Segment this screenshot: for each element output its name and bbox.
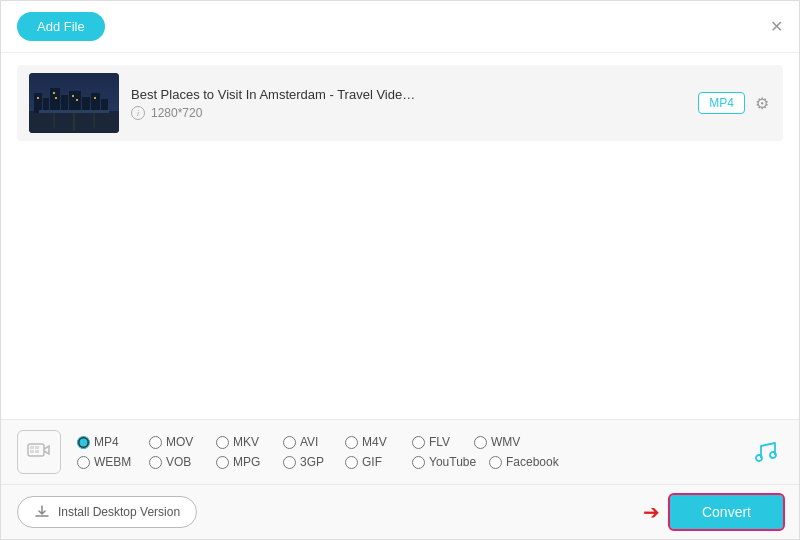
svg-rect-23 xyxy=(30,450,34,453)
format-m4v[interactable]: M4V xyxy=(345,435,410,449)
install-desktop-button[interactable]: Install Desktop Version xyxy=(17,496,197,528)
svg-rect-10 xyxy=(37,97,39,99)
format-section: MP4 MOV MKV AVI M4V FLV WM xyxy=(1,420,799,485)
file-item: Best Places to Visit In Amsterdam - Trav… xyxy=(17,65,783,141)
add-file-button[interactable]: Add File xyxy=(17,12,105,41)
format-vob[interactable]: VOB xyxy=(149,455,214,469)
music-icon[interactable] xyxy=(747,434,783,470)
format-webm[interactable]: WEBM xyxy=(77,455,147,469)
format-youtube[interactable]: YouTube xyxy=(412,455,487,469)
file-meta: i 1280*720 xyxy=(131,106,686,120)
format-3gp[interactable]: 3GP xyxy=(283,455,343,469)
svg-rect-22 xyxy=(35,446,39,449)
arrow-icon: ➔ xyxy=(643,500,660,524)
format-wmv[interactable]: WMV xyxy=(474,435,539,449)
format-flv[interactable]: FLV xyxy=(412,435,472,449)
info-icon[interactable]: i xyxy=(131,106,145,120)
format-row-1: MP4 MOV MKV AVI M4V FLV WM xyxy=(77,435,735,449)
file-resolution: 1280*720 xyxy=(151,106,202,120)
download-icon xyxy=(34,504,50,520)
svg-rect-16 xyxy=(39,110,109,113)
file-title: Best Places to Visit In Amsterdam - Trav… xyxy=(131,87,511,102)
bottom-bar: MP4 MOV MKV AVI M4V FLV WM xyxy=(1,419,799,539)
svg-rect-15 xyxy=(94,97,96,99)
format-options: MP4 MOV MKV AVI M4V FLV WM xyxy=(77,435,735,469)
close-button[interactable]: ✕ xyxy=(770,19,783,35)
svg-rect-12 xyxy=(55,97,57,99)
svg-rect-13 xyxy=(72,95,74,97)
format-gif[interactable]: GIF xyxy=(345,455,410,469)
svg-rect-6 xyxy=(69,91,81,113)
format-mp4[interactable]: MP4 xyxy=(77,435,147,449)
convert-button[interactable]: Convert xyxy=(670,495,783,529)
settings-button[interactable]: ⚙ xyxy=(753,92,771,115)
install-label: Install Desktop Version xyxy=(58,505,180,519)
file-thumbnail xyxy=(29,73,119,133)
format-row-2: WEBM VOB MPG 3GP GIF YouTube xyxy=(77,455,735,469)
file-list-area: Best Places to Visit In Amsterdam - Trav… xyxy=(1,53,799,153)
top-bar: Add File ✕ xyxy=(1,1,799,53)
action-bar: Install Desktop Version ➔ Convert xyxy=(1,485,799,539)
svg-rect-4 xyxy=(50,88,60,113)
svg-rect-21 xyxy=(30,446,34,449)
format-avi[interactable]: AVI xyxy=(283,435,343,449)
svg-rect-24 xyxy=(35,450,39,453)
format-mov[interactable]: MOV xyxy=(149,435,214,449)
content-area xyxy=(1,153,799,373)
svg-rect-14 xyxy=(76,99,78,101)
svg-rect-11 xyxy=(53,92,55,94)
format-facebook[interactable]: Facebook xyxy=(489,455,564,469)
format-mkv[interactable]: MKV xyxy=(216,435,281,449)
file-info: Best Places to Visit In Amsterdam - Trav… xyxy=(131,87,686,120)
video-format-icon xyxy=(17,430,61,474)
convert-area: ➔ Convert xyxy=(643,495,783,529)
format-badge[interactable]: MP4 xyxy=(698,92,745,114)
format-mpg[interactable]: MPG xyxy=(216,455,281,469)
file-actions: MP4 ⚙ xyxy=(698,92,771,115)
